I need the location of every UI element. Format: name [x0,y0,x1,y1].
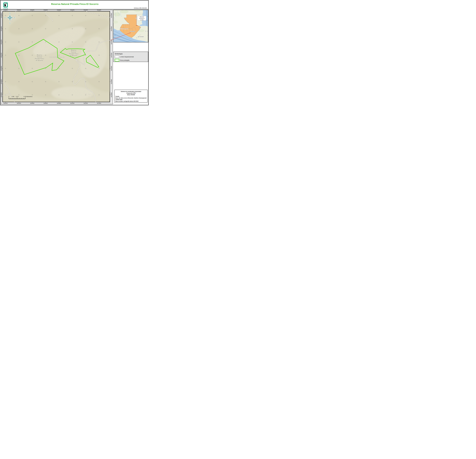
info-line-crs: Sistema de coordenadas proyectadas [121,91,141,92]
main-map: Reserva Natural Privada Finca El Socorro… [0,8,123,104]
scalebar-unit: Kilómetros [26,96,33,97]
san-salvador-label: San Salvador [138,36,144,37]
territorial-note: Diferendo territorial no resuelto [137,16,146,20]
territorial-note-line1: Diferendo [140,16,144,17]
conap-logo: CONAP [3,2,8,9]
compass-letter-n: N [9,12,10,14]
x-axis-label: 520800 [57,103,61,104]
belize-lagoon [142,16,142,16]
area-label-center-line4: El Socorro [70,55,77,56]
x-axis-label: 520000 [4,9,8,11]
building [93,96,94,97]
scalebar-label-006: 0.06 [12,96,14,97]
country-label: GUATEMALA [50,56,65,58]
y-axis-label: 1614800 [0,13,2,18]
y-axis-label: 1614200 [0,53,2,58]
map-layout-canvas: CONAP Reserva Natural Privada Finca El S… [0,0,149,105]
territorial-note-line3: resuelto [140,19,144,20]
scalebar-label-0: 0 [8,96,9,97]
building [89,94,90,95]
x-axis-label: 520200 [17,103,21,104]
x-axis-label: 520400 [30,9,34,11]
x-axis-label: 520800 [57,9,61,11]
x-axis-label: 520400 [30,103,34,104]
y-axis-label: 1613600 [111,92,112,97]
area-label-west-line2: Natural [37,56,42,58]
document-id: DAGeos-399-2026-BS [134,7,147,9]
legend: Simbología Límite Departamental Área pro… [113,52,148,62]
x-axis-label: 521200 [84,9,88,11]
info-line-source-3: Base de datos cartografía básica IGN 201… [115,100,138,102]
territorial-note-line2: territorial no [139,18,144,19]
x-axis-label: 521400 [97,103,101,104]
x-axis-label: 520200 [17,9,21,11]
x-axis-label: 521400 [97,9,101,11]
compass-letter-o: O [4,17,5,18]
legend-title: Simbología [115,53,123,55]
info-line-source-2: CONAP 2026 [115,99,122,100]
info-box: Sistema de coordenadas proyectadas Proye… [115,90,147,102]
y-axis-label: 1614600 [111,26,112,31]
x-axis-label: 521200 [84,103,88,104]
logo-wordmark: CONAP [3,8,8,9]
scalebar-label-025: 0.25 [24,96,26,97]
building [90,94,91,94]
scalebar-label-013: 0.13 [16,96,18,97]
area-label-west-line1: Reserva [37,54,42,56]
san-salvador-dot [136,38,137,38]
y-axis-label: 1614400 [111,40,112,44]
y-axis-label: 1614000 [111,66,112,71]
y-axis-label: 1613600 [0,92,2,97]
info-line-source-1: Base de datos de la Dirección Análisis G… [115,97,146,99]
legend-label-departmental: Límite Departamental [120,56,134,58]
y-axis-label: 1614600 [0,26,2,31]
x-axis-label: 521000 [70,103,74,104]
info-line-datum: Datum WGS84 [127,94,135,95]
area-label-center-line1: Reserva [71,49,76,51]
compass-letter-s: S [9,22,10,24]
info-line-projection: Proyección GTM [127,92,136,94]
x-axis-label: 520600 [44,103,48,104]
y-axis-label: 1613800 [111,79,112,84]
area-label-center-line2: Natural [71,51,76,53]
x-axis-label: 520600 [44,9,48,11]
page-title: Reserva Natural Privada Finca El Socorro [51,3,99,5]
y-axis-label: 1614200 [111,53,112,58]
area-label-west-line4: El Socorro [36,60,43,61]
guatemala-city-label: Guatemala [130,31,135,32]
map-content: Reserva Natural Privada Finca El Socorro… [2,8,123,102]
building [98,96,99,96]
legend-label-protected-area: Área protegida [120,59,129,61]
compass-letter-e: E [14,17,15,18]
legend-swatch-protected-area [115,59,119,61]
depth-label: 721 [114,35,116,36]
x-axis-label: 521000 [70,9,74,11]
y-axis-label: 1614000 [0,66,2,71]
guatemala-city-dot [129,32,129,33]
area-label-center-line3: Privada Finca [69,53,78,55]
y-axis-label: 1613800 [0,79,2,84]
x-axis-label: 520000 [4,103,8,104]
info-line-source-heading: Fuente: [115,96,119,97]
inset-country-label: Guatemala [120,28,128,30]
y-axis-label: 1614400 [0,40,2,44]
map-document-page: CONAP Reserva Natural Privada Finca El S… [0,0,149,105]
compass-hub [9,17,11,18]
y-axis-label: 1614800 [111,13,112,18]
legend-swatch-departmental [115,56,119,58]
area-label-west-line3: Privada Finca [35,58,44,59]
